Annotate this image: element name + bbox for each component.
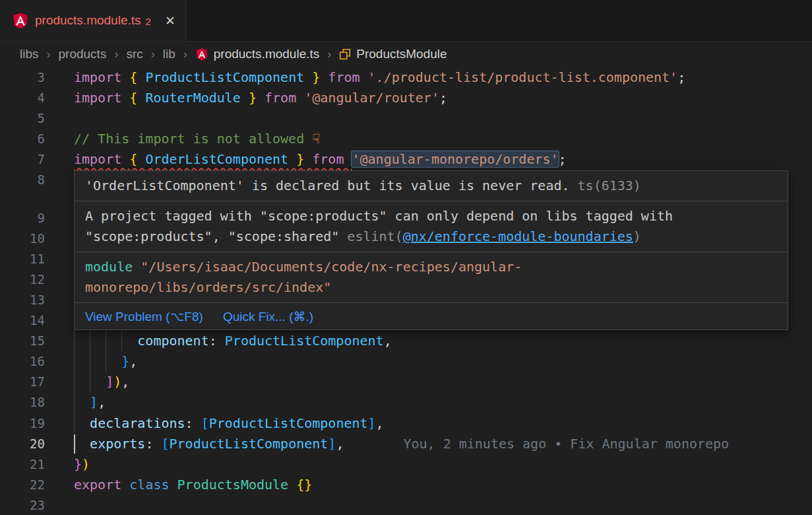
code-line-content[interactable]: exports: [ProductListComponent],You, 2 m… bbox=[74, 434, 729, 454]
line-number[interactable]: 16 bbox=[0, 351, 45, 372]
code-line-7: 7import { OrderListComponent } from '@an… bbox=[0, 149, 812, 170]
code-line-4: 4import { RouterModule } from '@angular/… bbox=[0, 88, 812, 108]
code-token: , bbox=[384, 333, 392, 349]
tab-title: products.module.ts bbox=[35, 13, 141, 28]
breadcrumb-item-products-module-ts[interactable]: products.module.ts bbox=[195, 47, 320, 61]
line-number[interactable]: 15 bbox=[0, 331, 45, 351]
line-number[interactable]: 8 bbox=[0, 170, 45, 190]
line-number[interactable]: 7 bbox=[0, 149, 45, 170]
line-number[interactable]: 10 bbox=[0, 228, 45, 249]
breadcrumb-separator: › bbox=[183, 48, 187, 61]
breadcrumb-item-libs[interactable]: libs bbox=[20, 47, 39, 61]
line-number[interactable]: 5 bbox=[0, 108, 45, 129]
code-token: , bbox=[336, 436, 344, 452]
hover-text: A project tagged with "scope:products" c… bbox=[85, 208, 673, 224]
code-token: RouterModule bbox=[145, 90, 241, 106]
code-line-content[interactable]: import { OrderListComponent } from '@ang… bbox=[74, 149, 567, 170]
line-number[interactable]: 23 bbox=[0, 495, 45, 515]
code-token: exports bbox=[90, 436, 145, 452]
line-number[interactable]: 18 bbox=[0, 392, 45, 413]
breadcrumb-item-lib[interactable]: lib bbox=[163, 47, 175, 61]
close-icon[interactable]: ✕ bbox=[165, 13, 175, 28]
code-line-15: 15 component: ProductListComponent, bbox=[0, 331, 812, 351]
breadcrumb-separator: › bbox=[327, 48, 331, 61]
code-line-content[interactable]: import { RouterModule } from '@angular/r… bbox=[74, 88, 447, 108]
code-token: ; bbox=[677, 69, 685, 85]
eslint-rule-link[interactable]: @nx/enforce-module-boundaries bbox=[403, 228, 633, 244]
code-line-content[interactable]: }, bbox=[74, 351, 137, 372]
breadcrumb-separator: › bbox=[47, 48, 51, 61]
code-line-content[interactable]: }) bbox=[74, 454, 90, 475]
code-token: : bbox=[145, 436, 161, 452]
code-token: ] bbox=[368, 415, 376, 431]
line-number[interactable]: 17 bbox=[0, 372, 45, 392]
line-number[interactable]: 19 bbox=[0, 413, 45, 434]
hover-text: ts(6133) bbox=[570, 178, 641, 193]
breadcrumb-item-productsmodule[interactable]: ProductsModule bbox=[339, 47, 447, 61]
code-line-19: 19 declarations: [ProductListComponent], bbox=[0, 413, 812, 434]
breadcrumb-label: products bbox=[59, 47, 107, 61]
line-number[interactable]: 6 bbox=[0, 129, 45, 149]
line-number[interactable]: 22 bbox=[0, 475, 45, 495]
breadcrumb-item-src[interactable]: src bbox=[126, 47, 142, 61]
breadcrumb-separator: › bbox=[151, 48, 155, 61]
angular-icon bbox=[12, 12, 29, 30]
breadcrumb-label: libs bbox=[20, 47, 39, 61]
code-token: } bbox=[304, 69, 320, 85]
code-line-content[interactable]: ], bbox=[74, 392, 106, 413]
line-number[interactable]: 20 bbox=[0, 434, 45, 454]
code-token: ☟ bbox=[312, 131, 320, 147]
code-token: from bbox=[304, 151, 352, 167]
code-token: } bbox=[121, 353, 129, 369]
line-number[interactable]: 4 bbox=[0, 88, 45, 108]
line-number[interactable]: 13 bbox=[0, 290, 45, 310]
code-token: ProductListComponent bbox=[225, 333, 384, 349]
hover-text: ) bbox=[633, 228, 641, 244]
hover-popup: 'OrderListComponent' is declared but its… bbox=[74, 170, 788, 330]
code-line-content[interactable]: // This import is not allowed ☟ bbox=[74, 129, 320, 149]
error-squiggle: import { OrderListComponent } from bbox=[74, 151, 352, 167]
code-token: [ bbox=[161, 436, 169, 452]
hover-text: eslint( bbox=[347, 228, 402, 244]
code-token: { bbox=[129, 69, 145, 85]
code-token: } bbox=[74, 456, 82, 472]
code-token: ProductListComponent bbox=[170, 436, 328, 452]
line-number[interactable]: 9 bbox=[0, 208, 45, 228]
tab-bar: products.module.ts 2 ✕ bbox=[0, 0, 812, 42]
problems-count-badge: 2 bbox=[146, 16, 151, 27]
breadcrumb-item-products[interactable]: products bbox=[59, 47, 107, 61]
code-editor[interactable]: 3import { ProductListComponent } from '.… bbox=[0, 67, 812, 515]
breadcrumb-label: ProductsModule bbox=[356, 47, 447, 61]
line-number[interactable]: 14 bbox=[0, 310, 45, 331]
line-number[interactable]: 3 bbox=[0, 67, 45, 88]
line-number[interactable]: 21 bbox=[0, 454, 45, 475]
line-number[interactable]: 12 bbox=[0, 269, 45, 290]
tab-products-module[interactable]: products.module.ts 2 ✕ bbox=[0, 0, 187, 41]
breadcrumb-label: lib bbox=[163, 47, 175, 61]
code-line-content[interactable]: import { ProductListComponent } from './… bbox=[74, 67, 685, 88]
code-token bbox=[74, 374, 106, 390]
breadcrumb-label: src bbox=[126, 47, 142, 61]
view-problem-button[interactable]: View Problem (⌥F8) bbox=[85, 309, 203, 324]
code-token: import bbox=[74, 69, 129, 85]
code-line-6: 6// This import is not allowed ☟ bbox=[0, 129, 812, 149]
hover-text-line: 'OrderListComponent' is declared but its… bbox=[85, 176, 777, 196]
code-token: import bbox=[74, 151, 129, 167]
code-line-5: 5 bbox=[0, 108, 812, 129]
code-line-content[interactable]: export class ProductsModule {} bbox=[74, 475, 312, 495]
code-token: OrderListComponent bbox=[145, 151, 288, 167]
hover-actions: View Problem (⌥F8)Quick Fix... (⌘.) bbox=[75, 302, 788, 329]
line-number[interactable]: 11 bbox=[0, 249, 45, 269]
code-line-content[interactable]: ]), bbox=[74, 372, 129, 392]
code-token bbox=[74, 333, 137, 349]
hover-text-line: A project tagged with "scope:products" c… bbox=[85, 206, 777, 226]
code-token: component bbox=[137, 333, 208, 349]
code-token: , bbox=[376, 415, 384, 431]
code-line-content[interactable]: component: ProductListComponent, bbox=[74, 331, 392, 351]
code-token bbox=[74, 436, 90, 452]
code-token: ] bbox=[106, 374, 113, 390]
code-line-content[interactable]: declarations: [ProductListComponent], bbox=[74, 413, 384, 434]
hover-text: 'OrderListComponent' is declared but its… bbox=[85, 178, 570, 193]
hover-text-line: "scope:products", "scope:shared" eslint(… bbox=[85, 226, 777, 247]
quick-fix-button[interactable]: Quick Fix... (⌘.) bbox=[223, 309, 313, 324]
